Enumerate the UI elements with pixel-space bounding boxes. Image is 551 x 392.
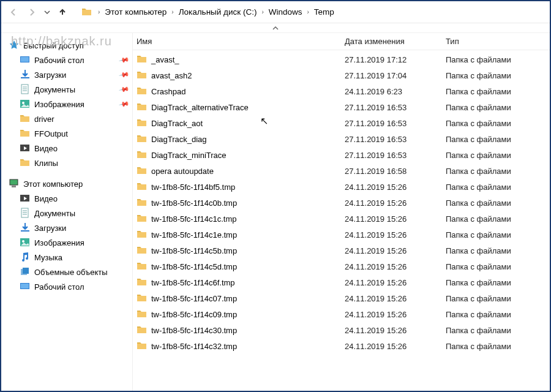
file-list-pane: Имя Дата изменения Тип _avast_27.11.2019… <box>133 33 550 391</box>
file-name: tw-1fb8-5fc-1f14c32.tmp <box>151 342 237 351</box>
music-icon <box>20 252 31 263</box>
file-type: Папка с файлами <box>446 246 550 255</box>
sidebar-item[interactable]: Документы <box>7 206 130 221</box>
sidebar-item[interactable]: Видео <box>7 141 130 156</box>
sidebar-item[interactable]: Музыка <box>7 250 130 265</box>
sidebar-item-label: Этот компьютер <box>23 179 83 189</box>
sidebar-item[interactable]: driver <box>7 111 130 126</box>
file-row[interactable]: tw-1fb8-5fc-1f14c1e.tmp24.11.2019 15:26П… <box>137 227 550 243</box>
file-row[interactable]: tw-1fb8-5fc-1f14c32.tmp24.11.2019 15:26П… <box>137 338 550 354</box>
file-type: Папка с файлами <box>446 278 550 287</box>
sidebar-item[interactable]: Видео <box>7 191 130 206</box>
sidebar-item[interactable]: Загрузки📌 <box>7 67 130 82</box>
pictures-icon <box>20 99 31 110</box>
file-row[interactable]: tw-1fb8-5fc-1f14c30.tmp24.11.2019 15:26П… <box>137 322 550 338</box>
file-date: 24.11.2019 15:26 <box>345 278 446 287</box>
file-name: tw-1fb8-5fc-1f14c6f.tmp <box>151 278 235 287</box>
file-name: opera autoupdate <box>151 167 214 176</box>
file-name: tw-1fb8-5fc-1f14c5b.tmp <box>151 246 237 255</box>
file-row[interactable]: DiagTrack_alternativeTrace27.11.2019 16:… <box>137 99 550 115</box>
file-row[interactable]: tw-1fb8-5fc-1f14c1c.tmp24.11.2019 15:26П… <box>137 211 550 227</box>
file-row[interactable]: tw-1fb8-5fc-1f14c6f.tmp24.11.2019 15:26П… <box>137 274 550 290</box>
breadcrumb-item[interactable]: Локальный диск (C:) <box>178 5 258 19</box>
folder-icon <box>137 118 148 129</box>
file-row[interactable]: opera autoupdate27.11.2019 16:58Папка с … <box>137 163 550 179</box>
breadcrumb-item[interactable]: Windows <box>268 5 304 19</box>
nav-back-button[interactable] <box>6 5 21 20</box>
file-row[interactable]: tw-1fb8-5fc-1f14bf5.tmp24.11.2019 15:26П… <box>137 179 550 195</box>
sidebar-item[interactable]: Загрузки <box>7 221 130 235</box>
breadcrumb-item[interactable]: Этот компьютер <box>103 5 168 19</box>
file-type: Папка с файлами <box>446 103 550 112</box>
folder-icon <box>20 128 31 139</box>
folder-icon <box>20 157 31 168</box>
file-row[interactable]: tw-1fb8-5fc-1f14c07.tmp24.11.2019 15:26П… <box>137 290 550 306</box>
column-headers: Имя Дата изменения Тип <box>133 33 550 50</box>
file-row[interactable]: DiagTrack_aot27.11.2019 16:53Папка с фай… <box>137 115 550 131</box>
file-name: avast_ash2 <box>151 71 192 80</box>
file-row[interactable]: tw-1fb8-5fc-1f14c0b.tmp24.11.2019 15:26П… <box>137 195 550 211</box>
file-row[interactable]: DiagTrack_diag27.11.2019 16:53Папка с фа… <box>137 131 550 147</box>
file-row[interactable]: avast_ash227.11.2019 17:04Папка с файлам… <box>137 67 550 83</box>
column-header-type[interactable]: Тип <box>446 37 550 46</box>
column-header-date[interactable]: Дата изменения <box>345 37 446 46</box>
folder-icon <box>137 341 148 352</box>
column-header-name[interactable]: Имя <box>137 37 345 46</box>
desktop-icon <box>20 55 31 66</box>
sidebar-item[interactable]: Изображения📌 <box>7 97 130 111</box>
folder-icon <box>137 149 148 160</box>
sidebar-item-label: Рабочий стол <box>34 282 84 292</box>
nav-forward-button[interactable] <box>24 5 39 20</box>
nav-recent-dropdown[interactable] <box>43 5 51 20</box>
file-row[interactable]: DiagTrack_miniTrace27.11.2019 16:53Папка… <box>137 147 550 163</box>
file-row[interactable]: _avast_27.11.2019 17:12Папка с файлами <box>137 51 550 67</box>
sidebar-quick-access[interactable]: Быстрый доступ <box>7 38 130 53</box>
sidebar-item[interactable]: Клипы <box>7 156 130 170</box>
file-date: 27.11.2019 16:53 <box>345 103 446 112</box>
file-row[interactable]: Crashpad24.11.2019 6:23Папка с файлами <box>137 83 550 99</box>
nav-up-button[interactable] <box>55 5 70 20</box>
pin-icon: 📌 <box>119 84 130 96</box>
sidebar-item-label: Изображения <box>34 100 84 109</box>
file-type: Папка с файлами <box>446 167 550 176</box>
sidebar-item-label: Клипы <box>34 159 58 168</box>
file-date: 24.11.2019 6:23 <box>345 87 446 96</box>
folder-icon <box>137 86 148 97</box>
file-name: tw-1fb8-5fc-1f14c1c.tmp <box>151 214 236 224</box>
sidebar-item-label: FFOutput <box>34 129 68 138</box>
file-row[interactable]: tw-1fb8-5fc-1f14c5b.tmp24.11.2019 15:26П… <box>137 243 550 258</box>
sidebar-item[interactable]: Рабочий стол <box>7 279 130 294</box>
sidebar-item[interactable]: Изображения <box>7 235 130 250</box>
file-date: 24.11.2019 15:26 <box>345 183 446 192</box>
folder-icon <box>137 261 148 272</box>
address-bar: › Этот компьютер › Локальный диск (C:) ›… <box>1 1 550 23</box>
file-type: Папка с файлами <box>446 262 550 271</box>
file-row[interactable]: tw-1fb8-5fc-1f14c5d.tmp24.11.2019 15:26П… <box>137 258 550 274</box>
file-name: tw-1fb8-5fc-1f14c09.tmp <box>151 310 237 319</box>
sidebar-item[interactable]: FFOutput <box>7 126 130 141</box>
video-icon <box>20 193 31 204</box>
folder-icon <box>137 213 148 224</box>
chevron-right-icon: › <box>260 9 264 15</box>
folder-icon <box>137 181 148 192</box>
file-date: 24.11.2019 15:26 <box>345 262 446 271</box>
file-type: Папка с файлами <box>446 198 550 208</box>
file-type: Папка с файлами <box>446 119 550 128</box>
file-type: Папка с файлами <box>446 183 550 192</box>
sidebar-item[interactable]: Документы📌 <box>7 82 130 97</box>
sidebar-item-label: Видео <box>34 144 58 153</box>
sidebar-this-pc[interactable]: Этот компьютер <box>7 176 130 191</box>
folder-icon <box>137 293 148 304</box>
sidebar-item-label: Музыка <box>34 253 62 262</box>
file-name: Crashpad <box>151 87 186 96</box>
sidebar-item[interactable]: Рабочий стол📌 <box>7 53 130 67</box>
file-type: Папка с файлами <box>446 151 550 160</box>
breadcrumb-item[interactable]: Temp <box>313 5 335 19</box>
chevron-right-icon: › <box>170 9 174 15</box>
folder-icon <box>137 165 148 176</box>
file-date: 24.11.2019 15:26 <box>345 310 446 319</box>
ribbon-collapse-button[interactable] <box>1 23 550 33</box>
chevron-right-icon: › <box>97 9 101 15</box>
sidebar-item[interactable]: Объемные объекты <box>7 265 130 279</box>
file-row[interactable]: tw-1fb8-5fc-1f14c09.tmp24.11.2019 15:26П… <box>137 306 550 322</box>
